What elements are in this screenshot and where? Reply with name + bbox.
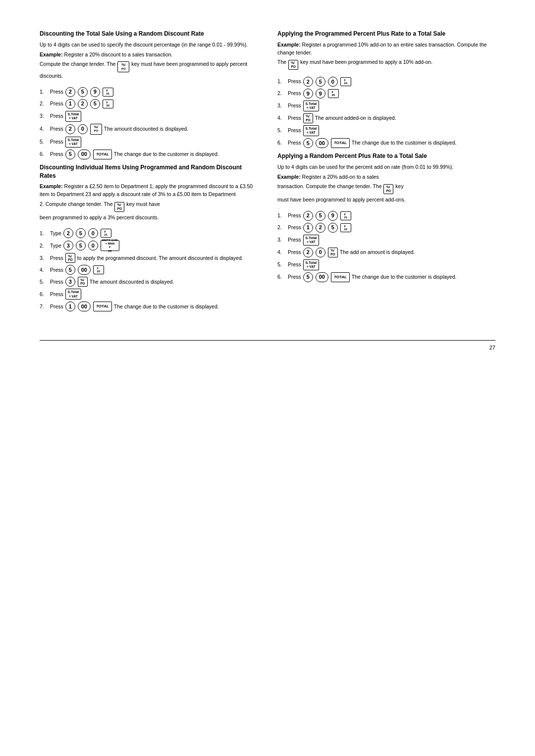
key-3: 3 [63, 241, 73, 251]
key-dept7: F21 [340, 211, 351, 220]
key-9: 9 [90, 87, 100, 97]
key-dept5: F24 [340, 77, 351, 86]
section-pct-plus-programmed-body: Example: Register a programmed 10% add-o… [277, 41, 495, 70]
step-2-3: 3. Press %/PO to apply the programmed di… [40, 253, 258, 263]
key-5f: 5 [65, 265, 75, 275]
key-00: 00 [78, 150, 91, 159]
section-pct-plus-random: Applying a Random Percent Plus Rate to a… [277, 152, 495, 282]
key-00d: 00 [316, 138, 328, 148]
pct-key-inline: %/PO [117, 61, 129, 72]
page-number-bar: 27 [40, 340, 495, 351]
key-pct6: %/PO [328, 248, 338, 257]
key-total-4: TOTAL [331, 272, 350, 282]
page-content: Discounting the Total Sale Using a Rando… [40, 30, 495, 320]
left-column: Discounting the Total Sale Using a Rando… [40, 30, 258, 320]
key-3b: 3 [65, 277, 75, 287]
key-subtotal-6: S.Total= VAT [303, 235, 319, 246]
key-pct-inline3: %/PO [288, 60, 298, 70]
key-2h: 2 [303, 248, 313, 257]
key-total-1: TOTAL [93, 150, 112, 159]
key-5h: 5 [303, 138, 313, 148]
key-subtotal-2: S.Total= VAT [65, 137, 81, 148]
body3-text: The %/PO key must have been programmed t… [277, 58, 495, 70]
step-list-4: 1. Press 2 5 9 F21 2. Press 1 2 5 F22 3. [277, 211, 495, 282]
key-5i: 5 [316, 211, 325, 221]
step-1-3: 3. Press S.Total= VAT [40, 111, 258, 122]
step-1-5: 5. Press S.Total= VAT [40, 137, 258, 148]
section-pct-plus-programmed: Applying the Programmed Percent Plus Rat… [277, 30, 495, 148]
right-column: Applying the Programmed Percent Plus Rat… [277, 30, 495, 320]
key-total-3: TOTAL [331, 138, 350, 148]
key-dept6: F25 [328, 89, 339, 98]
step-2-4: 4. Press 5 00 F22 [40, 265, 258, 275]
section-pct-plus-programmed-title: Applying the Programmed Percent Plus Rat… [277, 30, 495, 38]
key-5: 5 [78, 87, 88, 97]
step-1-1: 1. Press 2 5 9 F21 [40, 87, 258, 97]
step-2-2: 2. Type 3 5 0 DEP'T CHK= MNRF23 [40, 240, 258, 251]
step-2-7: 7. Press 1 00 TOTAL The change due to th… [40, 302, 258, 311]
key-00b: 00 [78, 265, 91, 275]
key-0d: 0 [328, 77, 338, 87]
step-list-1: 1. Press 2 5 9 F21 2. Press 1 2 5 F22 3. [40, 87, 258, 159]
key-0c: 0 [88, 241, 98, 251]
step-3-4: 4. Press %/PO The amount added-on is dis… [277, 113, 495, 123]
step-4-3: 3. Press S.Total= VAT [277, 235, 495, 246]
step2-text: 2. Compute change tender. The %/PO key m… [40, 201, 258, 212]
key-2: 2 [78, 99, 88, 109]
step-2-5: 5. Press 3 %/PO The amount discounted is… [40, 277, 258, 287]
key-dept2: F22 [103, 100, 113, 108]
step-4-1: 1. Press 2 5 9 F21 [277, 211, 495, 221]
key-pct-inline4: %/PO [383, 184, 393, 194]
key-subtotal-5: S.Total= VAT [303, 125, 319, 136]
section-discount-individual-title: Discounting Individual Items Using Progr… [40, 163, 258, 180]
key-5k: 5 [303, 272, 313, 282]
key-0e: 0 [316, 248, 325, 257]
key-dept4: F22 [93, 265, 104, 274]
key-subtotal-3: S.Total= VAT [65, 289, 81, 300]
key-00c: 00 [78, 302, 91, 311]
example3-text: Example: Register a programmed 10% add-o… [277, 41, 495, 57]
key-00e: 00 [316, 272, 328, 282]
example2-text: Example: Register a £2.50 item to Depart… [40, 183, 258, 199]
key-9: 9 [303, 89, 313, 99]
step-4-2: 2. Press 1 2 5 F22 [277, 223, 495, 233]
key-2f: 2 [303, 211, 313, 221]
key-pct2: %/PO [90, 124, 102, 135]
key-0: 0 [78, 124, 88, 134]
key-5g: 5 [316, 77, 325, 87]
step-4-4: 4. Press 2 0 %/PO The add on amount is d… [277, 248, 495, 257]
key-2e: 2 [303, 77, 313, 87]
body4-text: transaction. Compute the change tender. … [277, 183, 495, 194]
key-dept8: F22 [340, 223, 351, 232]
step2b-text: been programmed to apply a 3% percent di… [40, 214, 258, 222]
key-1: 1 [65, 99, 75, 109]
key-1c: 1 [303, 223, 313, 233]
key-pct5: %/PO [303, 113, 313, 123]
step-2-6: 6. Press S.Total= VAT [40, 289, 258, 300]
step-4-5: 5. Press S.Total= VAT [277, 259, 495, 270]
step-list-2: 1. Type 2 5 0 F21 2. Type 3 5 0 DEP'T CH… [40, 228, 258, 311]
step-2-1: 1. Type 2 5 0 F21 [40, 228, 258, 238]
key-dept3: F21 [101, 229, 111, 238]
key-pct3: %/PO [65, 253, 75, 263]
step-4-6: 6. Press 5 00 TOTAL The change due to th… [277, 272, 495, 282]
key-0b: 0 [88, 228, 98, 238]
body5-text: must have been programmed to apply perce… [277, 196, 495, 204]
step-3-1: 1. Press 2 5 0 F24 [277, 77, 495, 87]
key-subtotal-7: S.Total= VAT [303, 259, 319, 270]
page-number: 27 [489, 345, 495, 351]
section-discount-total: Discounting the Total Sale Using a Rando… [40, 30, 258, 159]
key-pct-inline2: %/PO [114, 202, 124, 212]
step-1-2: 2. Press 1 2 5 F22 [40, 99, 258, 109]
key-5e: 5 [76, 241, 86, 251]
key-2d: 2 [63, 228, 73, 238]
step-1-4: 4. Press 2 0 %/PO The amount discounted … [40, 124, 258, 135]
key-9b: 9 [316, 89, 325, 99]
step-3-5: 5. Press S.Total= VAT [277, 125, 495, 136]
section-discount-total-body: Up to 4 digits can be used to specify th… [40, 41, 258, 80]
key-2c: 2 [65, 124, 75, 134]
body1-text: Compute the change tender. The %/PO key … [40, 60, 258, 80]
key-pct4: %/PO [78, 277, 88, 287]
key-subtotal-1: S.Total= VAT [65, 111, 81, 122]
key-2g: 2 [316, 223, 325, 233]
